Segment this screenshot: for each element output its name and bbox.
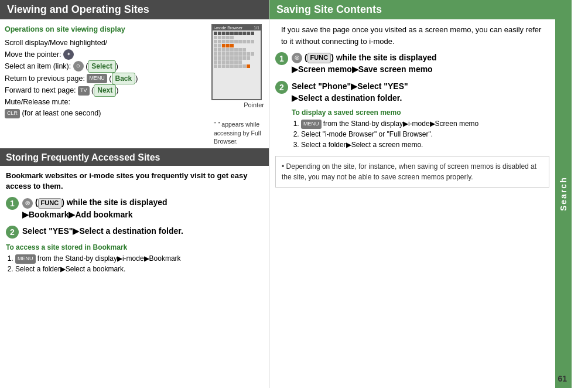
func-circle-icon: ㊋	[22, 198, 33, 209]
pd-active	[226, 44, 230, 47]
step2-text: Select "YES"▶Select a destination folder…	[22, 225, 183, 237]
storing-section: Storing Frequently Accessed Sites Bookma…	[0, 149, 269, 388]
content-area: Viewing and Operating Sites Operations o…	[0, 0, 572, 388]
saving-sub-list: MENU from the Stand-by display▶i-mode▶Sc…	[292, 118, 549, 150]
op4: Return to previous page: MENU (Back)	[5, 73, 207, 85]
saving-step2-num: 2	[275, 81, 288, 94]
pd	[222, 32, 225, 35]
pd	[230, 40, 234, 43]
pd	[238, 40, 242, 43]
func-btn: FUNC	[38, 198, 62, 209]
caption-line1: " " appears while	[214, 121, 259, 128]
pd	[226, 36, 230, 39]
phone-row-6	[214, 52, 259, 56]
pd	[222, 60, 225, 64]
page-number: 61	[558, 374, 567, 383]
pd	[230, 60, 234, 64]
pd	[234, 32, 238, 35]
op6: Mute/Release mute:	[5, 97, 207, 108]
step2-num: 2	[6, 226, 19, 239]
select-badge: Select	[88, 60, 115, 73]
pd	[234, 40, 238, 43]
phone-screen: i-mode Browser 1/1	[211, 24, 262, 100]
operations-heading: Operations on site viewing display	[5, 24, 207, 35]
pd	[242, 32, 246, 35]
phone-title-bar: i-mode Browser 1/1	[213, 25, 261, 30]
pd	[234, 52, 238, 56]
op5: Forward to next page: TV (Next)	[5, 84, 207, 97]
sub-list: MENU from the Stand-by display▶i-mode▶Bo…	[6, 253, 263, 274]
saving-step1-num: 1	[275, 52, 288, 65]
pointer-label: Pointer	[211, 101, 264, 108]
storing-content: Bookmark websites or i-mode sites you fr…	[0, 166, 269, 279]
pd	[226, 56, 230, 60]
pd	[247, 32, 250, 35]
saving-header: Saving Site Contents	[269, 0, 555, 19]
caption-line2: accessing by Full Browser.	[214, 130, 261, 145]
pd	[226, 32, 230, 35]
main-wrapper: Viewing and Operating Sites Operations o…	[0, 0, 572, 388]
pd	[218, 44, 221, 47]
search-sidebar-tab: Search	[555, 0, 572, 388]
pd	[222, 52, 225, 56]
pd	[222, 40, 225, 43]
phone-mock: i-mode Browser 1/1	[211, 24, 264, 146]
pd	[230, 64, 234, 68]
phone-row-5	[214, 48, 259, 52]
viewing-title: Viewing and Operating Sites	[7, 4, 149, 15]
phone-row-1	[214, 32, 259, 35]
pd	[226, 40, 230, 43]
pd	[214, 32, 217, 35]
pd	[218, 48, 221, 52]
op4-label: Return to previous page:	[5, 74, 85, 82]
step1-text: ㊋ (FUNC) while the site is displayed ▶Bo…	[22, 196, 167, 220]
storing-title: Storing Frequently Accessed Sites	[6, 152, 160, 162]
saving-title: Saving Site Contents	[276, 4, 382, 15]
op3: Select an item (link): ⊙ (Select)	[5, 60, 207, 73]
pd	[222, 64, 225, 68]
pd	[222, 56, 225, 60]
saving-section-content: If you save the page once you visited as…	[269, 19, 555, 150]
saving-step1: 1 ㊋ (FUNC) while the site is displayed ▶…	[275, 52, 549, 76]
pd-active	[230, 44, 234, 47]
saving-intro: If you save the page once you visited as…	[275, 19, 549, 52]
phone-caption: " " appears while accessing by Full Brow…	[211, 120, 264, 146]
saving-sub-steps: To display a saved screen memo MENU from…	[275, 108, 549, 150]
note-box: • Depending on the site, for instance, w…	[275, 156, 549, 188]
op2: Move the pointer: ✦	[5, 49, 207, 60]
op6b-text: (for at least one second)	[22, 109, 101, 117]
saving-step2-text: Select "Phone"▶Select "YES"▶Select a des…	[292, 80, 408, 104]
op6b: CLR (for at least one second)	[5, 108, 207, 119]
pd	[242, 64, 246, 68]
pd	[226, 60, 230, 64]
left-column: Viewing and Operating Sites Operations o…	[0, 0, 269, 388]
pd	[214, 52, 217, 56]
saving-sub2: Select "i-mode Browser" or "Full Browser…	[301, 129, 549, 139]
pd	[214, 36, 217, 39]
phone-row-4	[214, 44, 259, 47]
pd	[222, 36, 225, 39]
pd	[226, 52, 230, 56]
op3-label: Select an item (link):	[5, 62, 71, 70]
phone-row-7	[214, 56, 259, 60]
pd	[238, 32, 242, 35]
step2: 2 Select "YES"▶Select a destination fold…	[6, 225, 263, 239]
pd	[242, 52, 246, 56]
pd	[234, 48, 238, 52]
pd	[226, 64, 230, 68]
pd	[247, 40, 250, 43]
phone-grid	[213, 30, 261, 70]
phone-row-9	[214, 64, 259, 68]
menu-icon: MENU	[15, 254, 36, 264]
menu-icon-2: MENU	[301, 120, 322, 129]
clr-key: CLR	[5, 109, 20, 118]
saving-sub3: Select a folder▶Select a screen memo.	[301, 139, 549, 150]
phone-page-num: 1/1	[254, 26, 259, 30]
right-column: Saving Site Contents If you save the pag…	[269, 0, 555, 388]
pd	[218, 52, 221, 56]
tv-key: TV	[78, 86, 90, 96]
pd	[230, 36, 234, 39]
pd	[214, 40, 217, 43]
step1-num: 1	[6, 197, 19, 210]
pd	[238, 56, 242, 60]
